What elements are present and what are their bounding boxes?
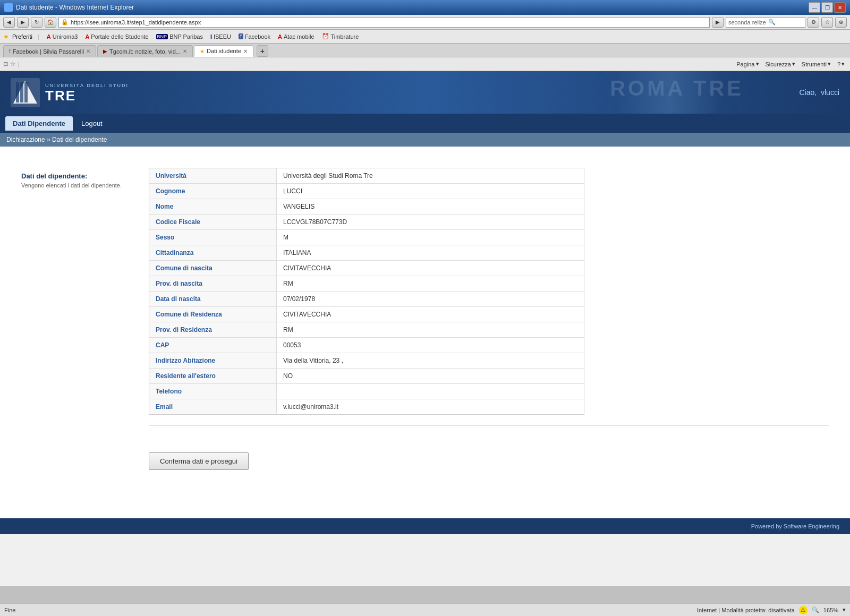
section-title: Dati del dipendente: — [21, 172, 128, 180]
fav-portale-label: Portale dello Studente — [91, 33, 148, 40]
new-tab-button[interactable]: + — [257, 45, 268, 57]
main-content: Dati del dipendente: Vengono elencati i … — [0, 147, 850, 518]
tools-btn-1[interactable]: ⚙ — [808, 17, 819, 28]
fav-atac[interactable]: A Atac mobile — [276, 33, 316, 40]
table-row: Cognome LUCCI — [149, 184, 584, 199]
field-value-cognome: LUCCI — [277, 184, 584, 199]
tab-tgcom-close[interactable]: ✕ — [183, 48, 187, 54]
table-row: Residente all'estero NO — [149, 369, 584, 384]
fav-timbrature[interactable]: ⏰ Timbrature — [320, 32, 361, 40]
help-button[interactable]: ? ▾ — [835, 60, 847, 68]
data-section: Dati del dipendente: Vengono elencati i … — [21, 168, 829, 415]
greeting-prefix: Ciao, — [799, 88, 817, 97]
pagina-button[interactable]: Pagina ▾ — [734, 60, 761, 68]
strumenti-button[interactable]: Strumenti ▾ — [800, 60, 833, 68]
svg-rect-2 — [16, 82, 19, 102]
nav-logout[interactable]: Logout — [74, 116, 110, 131]
fav-bnp[interactable]: BNP BNP Paribas — [154, 33, 205, 40]
field-label-cap: CAP — [149, 338, 277, 353]
field-value-prov-nascita: RM — [277, 276, 584, 291]
field-label-prov-res: Prov. di Residenza — [149, 322, 277, 337]
close-button[interactable]: ✕ — [834, 2, 846, 13]
minimize-button[interactable]: — — [809, 2, 820, 13]
field-value-cf: LCCVGL78B07C773D — [277, 215, 584, 229]
section-subtitle: Vengono elencati i dati del dipendente. — [21, 182, 128, 189]
site-nav: Dati Dipendente Logout — [0, 114, 850, 133]
fav-facebook-label: Facebook — [245, 33, 270, 40]
status-right: Internet | Modalità protetta: disattivat… — [697, 606, 846, 614]
sicurezza-label: Sicurezza — [766, 61, 791, 67]
tab-facebook[interactable]: f Facebook | Silvia Passarelli ✕ — [3, 45, 96, 57]
nav-dati-dipendente[interactable]: Dati Dipendente — [5, 116, 73, 131]
restore-button[interactable]: ❐ — [821, 2, 833, 13]
header-image — [616, 71, 722, 114]
status-icon: ⚠ — [799, 606, 808, 614]
table-row: Prov. di Residenza RM — [149, 322, 584, 338]
url-text: https://isee.uniroma3.it/step1_datidipen… — [71, 19, 201, 25]
fav-portale-icon: A — [85, 33, 89, 40]
back-button[interactable]: ◀ — [3, 17, 15, 28]
strumenti-label: Strumenti — [802, 61, 827, 67]
forward-button[interactable]: ▶ — [17, 17, 29, 28]
tab-dati-close[interactable]: ✕ — [243, 48, 248, 54]
fav-separator: | — [38, 33, 39, 40]
field-value-universita: Università degli Studi Roma Tre — [277, 168, 584, 183]
tab-tgcom[interactable]: ▶ Tgcom.it: notizie, foto, vid... ✕ — [97, 45, 193, 57]
field-value-cap: 00053 — [277, 338, 584, 353]
command-bar: ⊟ ☆ | Pagina ▾ Sicurezza ▾ Strumenti ▾ ?… — [0, 57, 850, 71]
field-value-sesso: M — [277, 230, 584, 245]
greeting-user: vlucci — [821, 88, 839, 97]
tab-tgcom-label: Tgcom.it: notizie, foto, vid... — [109, 48, 181, 55]
sicurezza-button[interactable]: Sicurezza ▾ — [763, 60, 797, 68]
search-box[interactable]: seconda relize 🔍 — [726, 17, 805, 28]
field-value-comune-nascita: CIVITAVECCHIA — [277, 261, 584, 276]
sicurezza-chevron: ▾ — [792, 61, 795, 67]
fav-bnp-label: BNP Paribas — [169, 33, 203, 40]
nav-logout-label: Logout — [81, 119, 103, 127]
fav-uniroma3[interactable]: A Uniroma3 — [45, 33, 80, 40]
table-row: Codice Fiscale LCCVGL78B07C773D — [149, 215, 584, 230]
nav-dati-label: Dati Dipendente — [13, 119, 65, 127]
logo-main: TRE — [45, 89, 129, 102]
logo-graphic — [11, 78, 40, 107]
fav-bnp-icon: BNP — [156, 34, 168, 39]
tab-bar: f Facebook | Silvia Passarelli ✕ ▶ Tgcom… — [0, 44, 850, 57]
pagina-chevron: ▾ — [756, 61, 759, 67]
divider — [149, 425, 829, 426]
table-row: Sesso M — [149, 230, 584, 245]
table-row: CAP 00053 — [149, 338, 584, 353]
table-row: Comune di Residenza CIVITAVECCHIA — [149, 307, 584, 322]
fav-iseeu[interactable]: I ISEEU — [208, 33, 233, 40]
table-row: Nome VANGELIS — [149, 199, 584, 215]
fav-uniroma3-icon: A — [47, 33, 51, 40]
tools-btn-3[interactable]: ⊕ — [835, 17, 847, 28]
strumenti-chevron: ▾ — [828, 61, 831, 67]
field-label-comune-res: Comune di Residenza — [149, 307, 277, 322]
fav-portale[interactable]: A Portale dello Studente — [83, 33, 150, 40]
title-bar-left: Dati studente - Windows Internet Explore… — [4, 3, 134, 12]
title-bar: Dati studente - Windows Internet Explore… — [0, 0, 850, 15]
tab-facebook-close[interactable]: ✕ — [86, 48, 90, 54]
svg-rect-4 — [24, 82, 28, 102]
bottom-footer: Powered by Software Engineering — [0, 518, 850, 534]
fav-facebook[interactable]: f Facebook — [236, 33, 273, 40]
address-box[interactable]: 🔒 https://isee.uniroma3.it/step1_datidip… — [58, 17, 710, 28]
logo-svg — [11, 78, 40, 107]
toolbar-icon-1: ⊟ — [3, 61, 8, 67]
field-label-data-nascita: Data di nascita — [149, 292, 277, 306]
field-label-prov-nascita: Prov. di nascita — [149, 276, 277, 291]
field-value-telefono — [277, 384, 584, 399]
site-logo: UNIVERSITÀ DEGLI STUDI TRE — [11, 78, 129, 107]
field-label-nome: Nome — [149, 199, 277, 214]
go-button[interactable]: ▶ — [712, 17, 724, 28]
home-button[interactable]: 🏠 — [45, 17, 56, 28]
tab-dati-studente[interactable]: ★ Dati studente ✕ — [194, 45, 253, 57]
table-row: Data di nascita 07/02/1978 — [149, 292, 584, 307]
tools-btn-2[interactable]: ☆ — [821, 17, 833, 28]
tab-facebook-label: Facebook | Silvia Passarelli — [13, 48, 84, 55]
refresh-button[interactable]: ↻ — [31, 17, 42, 28]
title-bar-controls: — ❐ ✕ — [809, 2, 846, 13]
ie-icon — [4, 3, 13, 12]
field-label-email: Email — [149, 399, 277, 414]
confirm-button[interactable]: Conferma dati e prosegui — [149, 452, 249, 470]
